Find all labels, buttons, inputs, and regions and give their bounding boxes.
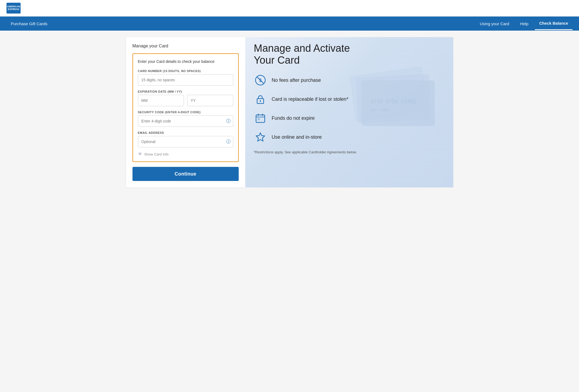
card-number-label: CARD NUMBER (15 DIGITS, NO SPACES) [138, 69, 233, 73]
expiration-label: EXPIRATION DATE (MM / YY) [138, 90, 233, 93]
feature-no-expiry-text: Funds do not expire [272, 115, 315, 121]
expiration-yy-input[interactable] [187, 95, 233, 106]
feature-no-expiry: Funds do not expire [254, 112, 445, 125]
form-description: Enter your Card details to check your ba… [138, 59, 233, 64]
email-help-icon[interactable]: ⓘ [226, 139, 231, 145]
disclaimer: *Restrictions apply. See applicable Card… [254, 150, 445, 154]
calendar-icon [254, 112, 267, 125]
security-code-label: SECURITY CODE (ENTER 4-DIGIT CODE) [138, 111, 233, 114]
logo-bar: AMERICAN EXPRESS [0, 0, 579, 17]
main-content: Manage your Card Enter your Card details… [122, 37, 458, 187]
feature-online-instore: Use online and in-store [254, 131, 445, 144]
nav-right: Using your Card Help Check Balance [476, 17, 572, 30]
form-container: Enter your Card details to check your ba… [132, 53, 239, 162]
eye-icon: 👁 [138, 152, 142, 157]
right-panel: 3759 8754 21001 GIFT CARD Manage and Act… [245, 37, 453, 187]
nav-help[interactable]: Help [516, 18, 533, 30]
svg-point-9 [260, 101, 261, 102]
lock-icon [254, 93, 267, 106]
nav-left: Purchase Gift Cards [7, 18, 476, 30]
feature-online-instore-text: Use online and in-store [272, 134, 322, 140]
expiration-mm-input[interactable] [138, 95, 184, 106]
nav-check-balance[interactable]: Check Balance [535, 17, 572, 30]
security-code-wrapper: ⓘ [138, 115, 233, 127]
feature-replaceable-text: Card is replaceable if lost or stolen* [272, 96, 348, 102]
card-number-input[interactable] [138, 74, 233, 86]
feature-replaceable: Card is replaceable if lost or stolen* [254, 93, 445, 106]
email-group: EMAIL ADDRESS ⓘ [138, 131, 233, 147]
right-title: Manage and Activate Your Card [254, 43, 445, 66]
star-icon [254, 131, 267, 144]
svg-rect-10 [256, 115, 265, 122]
nav-using-your-card[interactable]: Using your Card [476, 18, 513, 30]
feature-list: $ No fees after purchase Card is re [254, 74, 445, 144]
continue-button[interactable]: Continue [132, 167, 239, 181]
svg-marker-15 [256, 133, 265, 141]
feature-no-fees: $ No fees after purchase [254, 74, 445, 87]
card-number-group: CARD NUMBER (15 DIGITS, NO SPACES) [138, 69, 233, 86]
no-fee-icon: $ [254, 74, 267, 87]
svg-text:$: $ [259, 78, 261, 83]
nav-purchase-gift-cards[interactable]: Purchase Gift Cards [7, 18, 52, 30]
show-card-info[interactable]: 👁 Show Card Info [138, 152, 233, 157]
security-code-input[interactable] [138, 115, 233, 127]
security-code-group: SECURITY CODE (ENTER 4-DIGIT CODE) ⓘ [138, 111, 233, 127]
expiration-group: EXPIRATION DATE (MM / YY) [138, 90, 233, 106]
svg-rect-14 [258, 118, 260, 120]
email-input[interactable] [138, 136, 233, 147]
feature-no-fees-text: No fees after purchase [272, 77, 321, 83]
show-card-info-label: Show Card Info [144, 152, 169, 156]
security-code-help-icon[interactable]: ⓘ [226, 118, 231, 124]
left-panel: Manage your Card Enter your Card details… [126, 37, 245, 187]
email-wrapper: ⓘ [138, 136, 233, 147]
amex-logo: AMERICAN EXPRESS [7, 3, 21, 14]
date-row [138, 95, 233, 106]
nav-bar: Purchase Gift Cards Using your Card Help… [0, 17, 579, 31]
right-content: Manage and Activate Your Card $ No fees … [254, 43, 445, 154]
email-label: EMAIL ADDRESS [138, 131, 233, 134]
panel-title: Manage your Card [132, 44, 239, 48]
